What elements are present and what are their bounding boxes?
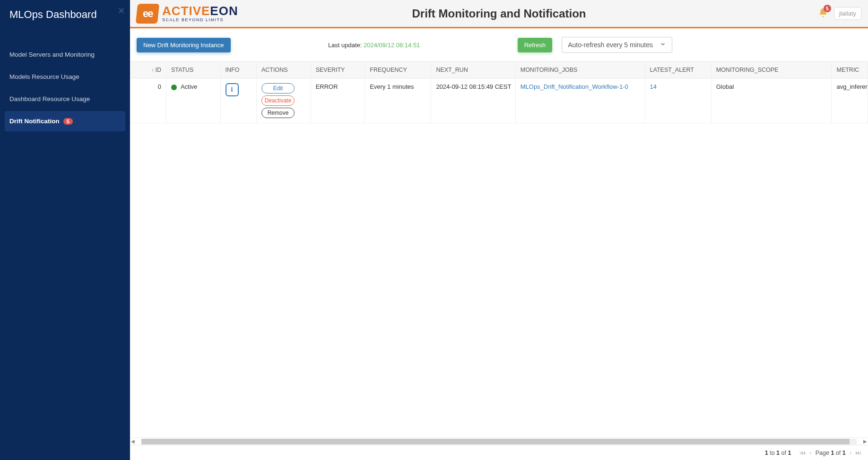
nav-label: Dashboard Resource Usage — [9, 95, 90, 102]
nav-badge: 5 — [63, 118, 73, 125]
scroll-thumb[interactable] — [141, 439, 850, 444]
monitoring-job-link[interactable]: MLOps_Drift_Notification_Workflow-1-0 — [521, 83, 628, 90]
status-text: Active — [181, 83, 197, 90]
refresh-button[interactable]: Refresh — [518, 38, 553, 52]
col-actions[interactable]: ACTIONS — [256, 62, 311, 78]
cell-actions: Edit Deactivate Remove — [256, 78, 311, 123]
col-metric[interactable]: METRIC — [832, 62, 868, 78]
cell-id: 0 — [130, 78, 166, 123]
logo-main-b: EON — [210, 4, 238, 18]
pagination-first-button[interactable]: ⏮ — [799, 449, 806, 456]
user-menu[interactable]: jlailaty — [834, 7, 861, 20]
autorefresh-select[interactable]: Auto-refresh every 5 minutes — [562, 37, 672, 53]
page-title: Drift Monitoring and Notification — [412, 7, 586, 20]
sidebar-title: MLOps Dashboard — [0, 0, 130, 30]
bell-badge: 5 — [824, 5, 831, 12]
col-status[interactable]: STATUS — [166, 62, 220, 78]
main: ee ACTIVEEON SCALE BEYOND LIMITS Drift M… — [130, 0, 868, 460]
cell-status: Active — [166, 78, 220, 123]
nav-label: Drift Notification — [9, 118, 60, 125]
col-monitoring-scope[interactable]: MONITORING_SCOPE — [711, 62, 832, 78]
info-button[interactable]: i — [226, 83, 239, 96]
deactivate-button[interactable]: Deactivate — [261, 95, 295, 106]
toolbar: New Drift Monitoring Instance Last updat… — [130, 28, 868, 61]
cell-severity: ERROR — [311, 78, 365, 123]
nav-drift-notification[interactable]: Drift Notification 5 — [5, 111, 125, 131]
nav-model-servers[interactable]: Model Servers and Monitoring — [5, 44, 125, 65]
pagination-controls: ⏮ ‹ Page 1 of 1 › ⏭ — [799, 449, 861, 456]
col-nextrun[interactable]: NEXT_RUN — [431, 62, 515, 78]
col-monitoring-jobs[interactable]: MONITORING_JOBS — [515, 62, 645, 78]
nav-label: Models Resource Usage — [9, 73, 79, 80]
table-header-row: ↑ ID STATUS INFO ACTIONS SEVERITY FREQUE… — [130, 62, 868, 78]
table-area: ↑ ID STATUS INFO ACTIONS SEVERITY FREQUE… — [130, 61, 868, 460]
pagination-page: Page 1 of 1 — [816, 450, 846, 456]
sidebar-nav: Model Servers and Monitoring Models Reso… — [0, 30, 130, 131]
sort-asc-icon: ↑ — [151, 67, 154, 73]
table-row[interactable]: 0 Active i Edit Deactivate Remove — [130, 78, 868, 123]
pagination-prev-button[interactable]: ‹ — [809, 449, 811, 456]
edit-button[interactable]: Edit — [261, 83, 295, 94]
logo-sub: SCALE BEYOND LIMITS — [162, 18, 238, 22]
cell-monitoring-scope: Global — [711, 78, 832, 123]
col-id[interactable]: ↑ ID — [130, 62, 166, 78]
nav-dashboard-resource-usage[interactable]: Dashboard Resource Usage — [5, 89, 125, 109]
cell-info: i — [220, 78, 256, 123]
last-update-ts: 2024/09/12 08:14:51 — [364, 42, 420, 49]
logo-main-a: ACTIVE — [162, 4, 210, 18]
col-severity[interactable]: SEVERITY — [311, 62, 365, 78]
pagination-range: 1 to 1 of 1 — [765, 450, 791, 456]
horizontal-scrollbar[interactable]: ◀ ▶ — [130, 437, 868, 445]
status-dot-icon — [171, 85, 177, 90]
chevron-down-icon — [660, 41, 666, 49]
autorefresh-value: Auto-refresh every 5 minutes — [568, 41, 653, 49]
pagination: 1 to 1 of 1 ⏮ ‹ Page 1 of 1 › ⏭ — [130, 445, 868, 460]
logo-text: ACTIVEEON SCALE BEYOND LIMITS — [162, 5, 238, 22]
remove-button[interactable]: Remove — [261, 108, 295, 118]
sidebar: × MLOps Dashboard Model Servers and Moni… — [0, 0, 130, 460]
col-info[interactable]: INFO — [220, 62, 256, 78]
col-frequency[interactable]: FREQUENCY — [365, 62, 431, 78]
cell-monitoring-jobs: MLOps_Drift_Notification_Workflow-1-0 — [515, 78, 645, 123]
pagination-last-button[interactable]: ⏭ — [855, 449, 861, 456]
scroll-left-icon[interactable]: ◀ — [130, 439, 136, 444]
last-update-label: Last update: — [328, 42, 364, 49]
cell-latest-alert: 14 — [645, 78, 711, 123]
table-scroll[interactable]: ↑ ID STATUS INFO ACTIONS SEVERITY FREQUE… — [130, 61, 868, 437]
notifications-button[interactable]: 5 — [818, 8, 828, 19]
cell-frequency: Every 1 minutes — [365, 78, 431, 123]
col-latest-alert[interactable]: LATEST_ALERT — [645, 62, 711, 78]
header: ee ACTIVEEON SCALE BEYOND LIMITS Drift M… — [130, 0, 868, 28]
cell-metric: avg_inference — [832, 78, 868, 123]
sidebar-close-icon[interactable]: × — [118, 5, 124, 17]
drift-table: ↑ ID STATUS INFO ACTIONS SEVERITY FREQUE… — [130, 61, 868, 123]
scroll-track[interactable] — [141, 439, 857, 444]
logo[interactable]: ee ACTIVEEON SCALE BEYOND LIMITS — [137, 4, 238, 24]
last-update: Last update: 2024/09/12 08:14:51 — [328, 42, 420, 49]
scroll-right-icon[interactable]: ▶ — [862, 439, 868, 444]
logo-icon: ee — [136, 4, 159, 24]
latest-alert-link[interactable]: 14 — [650, 83, 657, 90]
cell-nextrun: 2024-09-12 08:15:49 CEST — [431, 78, 515, 123]
pagination-next-button[interactable]: › — [850, 449, 851, 456]
new-drift-instance-button[interactable]: New Drift Monitoring Instance — [137, 38, 231, 52]
nav-label: Model Servers and Monitoring — [9, 51, 95, 58]
nav-models-resource-usage[interactable]: Models Resource Usage — [5, 67, 125, 87]
